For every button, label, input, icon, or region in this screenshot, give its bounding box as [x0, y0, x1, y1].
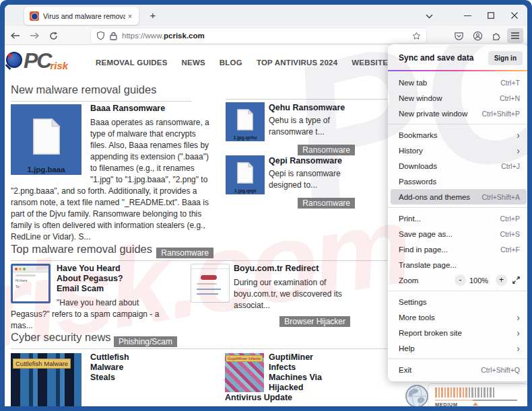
- article-excerpt: Qehu is a type of ransomware t...: [269, 115, 356, 138]
- menu-item-print[interactable]: Print...Ctrl+P: [388, 211, 527, 226]
- logo-text-risk: risk: [50, 60, 68, 71]
- tab-close-icon[interactable]: ×: [125, 12, 135, 20]
- menu-hamburger-icon[interactable]: [507, 28, 523, 43]
- article-thumbnail[interactable]: 1.jpg.qepi: [226, 155, 265, 194]
- section-heading-top-guides: Top malware removal guides: [11, 243, 387, 261]
- menu-item-downloads[interactable]: DownloadsCtrl+J: [388, 158, 527, 174]
- menu-item-exit[interactable]: ExitCtrl+Shift+Q: [388, 362, 527, 377]
- menu-item-more-tools[interactable]: More tools›: [388, 309, 527, 325]
- lock-icon[interactable]: [110, 32, 117, 40]
- threat-level-gauge[interactable]: MEDIUM: [428, 383, 527, 406]
- menu-item-save-page-as[interactable]: Save page as...Ctrl+S: [388, 226, 527, 241]
- menu-item-new-window[interactable]: New windowCtrl+N: [388, 90, 527, 106]
- globe-icon: [405, 384, 429, 406]
- chevron-right-icon: ›: [517, 344, 520, 352]
- zoom-in-button[interactable]: +: [496, 274, 507, 286]
- mail-window-bar: [13, 266, 48, 272]
- list-all-tabs-icon[interactable]: [420, 10, 438, 22]
- tracking-shield-icon[interactable]: [96, 31, 105, 40]
- article-title[interactable]: Qehu Ransomware: [269, 103, 356, 113]
- article-title[interactable]: Qepi Ransomware: [269, 156, 356, 166]
- menu-item-find-in-page[interactable]: Find in page...Ctrl+F: [388, 241, 527, 257]
- bookmark-star-icon[interactable]: [412, 32, 421, 40]
- article-thumbnail[interactable]: [191, 264, 230, 303]
- magnifier-logo-icon: [6, 52, 22, 68]
- menu-item-sync[interactable]: Sync and save data Sign in: [388, 48, 527, 67]
- article-baaa-ransomware: 1.jpg.baaa Baaa Ransomware Baaa operates…: [11, 102, 213, 258]
- back-icon[interactable]: [7, 29, 24, 42]
- menu-item-addons-themes[interactable]: Add-ons and themesCtrl+Shift+A: [391, 189, 527, 204]
- tab-title: Virus and malware removal inst: [43, 12, 125, 20]
- url-text: https://www.pcrisk.com: [122, 32, 205, 40]
- article-thumbnail[interactable]: 1.jpg.baaa: [11, 104, 81, 175]
- gauge-underline: [435, 400, 517, 401]
- reload-icon[interactable]: [45, 29, 61, 42]
- chevron-right-icon: ›: [517, 147, 520, 155]
- gauge-bars: [435, 387, 494, 398]
- category-badge[interactable]: Ransomware: [298, 145, 355, 155]
- nav-blog[interactable]: BLOG: [220, 59, 242, 67]
- menu-divider: [388, 359, 527, 359]
- menu-item-bookmarks[interactable]: Bookmarks›: [388, 127, 527, 143]
- thumbnail-label: Cuttlefish Malware: [13, 359, 71, 369]
- thumbnail-label: GuptiMiner Infects: [226, 355, 263, 362]
- browser-tab[interactable]: Virus and malware removal inst ×: [24, 7, 139, 25]
- pcrisk-logo[interactable]: PC risk: [6, 49, 68, 72]
- article-excerpt: Qepi is ransomware designed to...: [269, 168, 356, 191]
- sign-in-button[interactable]: Sign in: [488, 51, 523, 65]
- section-heading-news: Cyber security news: [11, 331, 387, 349]
- article-thumbnail[interactable]: Cuttlefish Malware: [11, 353, 81, 406]
- extensions-puzzle-icon[interactable]: [488, 28, 504, 43]
- article-thumbnail[interactable]: 1.jpg.qehu: [226, 102, 265, 141]
- article-cuttlefish-malware: Cuttlefish Malware Cuttlefish Malware St…: [11, 351, 220, 406]
- nav-news[interactable]: NEWS: [182, 59, 205, 67]
- gauge-marker-icon: [473, 402, 478, 406]
- new-tab-button[interactable]: +: [146, 9, 160, 22]
- menu-item-passwords[interactable]: Passwords: [388, 174, 527, 189]
- maximize-button[interactable]: [482, 7, 500, 24]
- site-navigation: REMOVAL GUIDES NEWS BLOG TOP ANTIVIRUS 2…: [96, 59, 430, 67]
- menu-item-help[interactable]: Help›: [388, 340, 527, 356]
- menu-item-report-broken-site[interactable]: Report broken site›: [388, 325, 527, 340]
- title-bar: Virus and malware removal inst × +: [5, 5, 527, 26]
- menu-divider: [388, 291, 527, 291]
- account-icon[interactable]: [469, 28, 486, 43]
- zoom-level-value[interactable]: 100%: [466, 276, 492, 285]
- menu-item-new-tab[interactable]: New tabCtrl+T: [388, 75, 527, 90]
- category-badge[interactable]: Browser Hijacker: [279, 316, 350, 327]
- menu-item-translate-page[interactable]: Translate page...: [388, 257, 527, 272]
- forward-icon[interactable]: [26, 29, 42, 42]
- nav-removal-guides[interactable]: REMOVAL GUIDES: [96, 59, 168, 67]
- file-icon: [236, 162, 254, 184]
- navigation-toolbar: https://www.pcrisk.com: [5, 26, 527, 45]
- article-thumbnail[interactable]: GuptiMiner Infects: [225, 353, 264, 392]
- firefox-app-menu: Sync and save data Sign in New tabCtrl+T…: [388, 44, 527, 381]
- thumbnail-caption: 1.jpg.qehu: [226, 135, 265, 140]
- chevron-right-icon: ›: [517, 131, 520, 139]
- article-thumbnail[interactable]: Hi there To:: [11, 264, 51, 303]
- url-bar[interactable]: https://www.pcrisk.com: [91, 28, 426, 43]
- thumbnail-caption: 1.jpg.qepi: [226, 188, 265, 193]
- section-heading-new-guides: New malware removal guides: [11, 83, 191, 102]
- pocket-icon[interactable]: [451, 28, 467, 43]
- menu-item-history[interactable]: History›: [388, 143, 527, 158]
- browser-window: Virus and malware removal inst × +: [5, 5, 527, 406]
- article-guptiminer: GuptiMiner Infects GuptiMiner Infects Ma…: [225, 351, 387, 406]
- menu-item-settings[interactable]: Settings: [388, 294, 527, 309]
- sync-gradient-divider: [388, 70, 527, 71]
- zoom-out-button[interactable]: -: [455, 274, 466, 286]
- menu-item-new-private-window[interactable]: New private windowCtrl+Shift+P: [388, 106, 527, 121]
- menu-divider: [388, 124, 527, 124]
- nav-top-antivirus[interactable]: TOP ANTIVIRUS 2024: [257, 59, 337, 67]
- pcrisk-favicon-icon: [30, 11, 39, 21]
- file-icon: [236, 109, 254, 130]
- minimize-button[interactable]: [459, 7, 476, 24]
- thumb-text: To:: [15, 285, 48, 289]
- category-badge[interactable]: Ransomware: [298, 198, 355, 209]
- thumbnail-caption: 1.jpg.baaa: [11, 165, 81, 174]
- menu-divider: [388, 207, 527, 208]
- gauge-level-label: MEDIUM: [435, 402, 457, 406]
- close-button[interactable]: [506, 7, 523, 24]
- article-boyu-redirect: Boyu.com.tr Redirect During our examinat…: [191, 262, 350, 327]
- fullscreen-icon[interactable]: [512, 276, 520, 284]
